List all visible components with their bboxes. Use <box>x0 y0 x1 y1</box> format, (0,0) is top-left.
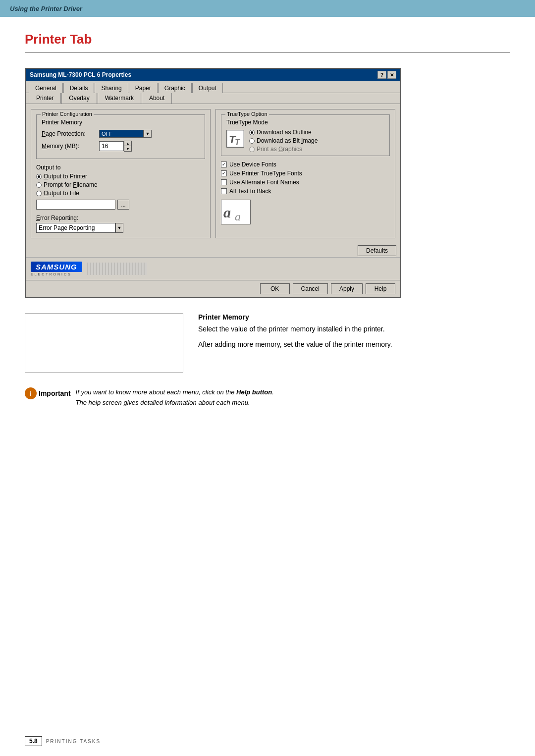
use-alternate-checkbox <box>221 179 227 185</box>
output-file-label: Output to File <box>44 190 79 197</box>
samsung-logo-bar: SAMSUNG ELECTRONICS <box>26 257 400 280</box>
use-device-fonts-checkbox <box>221 162 227 167</box>
memory-spin-up[interactable]: ▲ <box>124 141 131 146</box>
all-text-black-label: All Text to Black <box>229 188 271 195</box>
error-reporting-arrow[interactable]: ▼ <box>115 223 123 233</box>
tt-icon: T T <box>226 130 244 148</box>
important-label: i Important <box>25 387 71 399</box>
use-printer-tt-checkbox <box>221 170 227 176</box>
printer-config-label: Printer Configuration <box>41 111 94 117</box>
all-text-black-item[interactable]: All Text to Black <box>221 188 390 195</box>
below-image-box <box>25 313 183 373</box>
below-paragraph-2: After adding more memory, set the value … <box>198 339 510 350</box>
memory-spin-down[interactable]: ▼ <box>124 146 131 151</box>
tab-graphic[interactable]: Graphic <box>158 83 192 93</box>
dialog-footer: OK Cancel Apply Help <box>26 280 400 297</box>
svg-text:T: T <box>235 138 240 147</box>
tab-overlay[interactable]: Overlay <box>61 93 97 104</box>
error-reporting-label: Error Reporting: <box>36 215 205 221</box>
error-reporting-select[interactable]: Error Page Reporting <box>36 223 115 233</box>
error-reporting-value: Error Page Reporting <box>39 224 95 231</box>
printer-memory-label: Printer Memory <box>42 119 200 126</box>
important-text-label: Important <box>39 389 71 397</box>
use-device-fonts-item[interactable]: Use Device Fonts <box>221 161 390 168</box>
important-text-1: If you want to know more about each menu… <box>76 388 236 396</box>
tt-mode-options: T T Download as Outline Download <box>226 129 384 153</box>
output-printer-label: Output to Printer <box>44 173 87 180</box>
tt-bitmap-label: Download as Bit Image <box>257 137 318 144</box>
page-protection-row: Page Protection: OFF ▼ <box>42 130 200 138</box>
important-text-2: . <box>272 388 274 396</box>
page-protection-select[interactable]: OFF <box>99 130 144 138</box>
important-text: If you want to know more about each menu… <box>76 387 274 408</box>
tt-graphics-label: Print as Graphics <box>257 146 302 153</box>
below-text: Printer Memory Select the value of the p… <box>198 313 510 373</box>
use-printer-tt-fonts-item[interactable]: Use Printer TrueType Fonts <box>221 170 390 177</box>
samsung-logo-wrap: SAMSUNG ELECTRONICS <box>31 262 82 276</box>
below-text-title: Printer Memory <box>198 313 510 321</box>
ok-button[interactable]: OK <box>260 283 290 294</box>
tab-about[interactable]: About <box>142 93 172 104</box>
defaults-button[interactable]: Defaults <box>358 245 396 256</box>
output-filename-label: Prompt for Filename <box>44 181 98 188</box>
tab-details[interactable]: Details <box>63 83 95 93</box>
important-icon: i <box>25 387 37 399</box>
all-text-black-checkbox <box>221 188 227 194</box>
dialog-body: Printer Configuration Printer Memory Pag… <box>26 104 400 243</box>
tt-bitmap-radio <box>249 138 255 144</box>
ellipsis-button[interactable]: ... <box>117 200 129 210</box>
tab-output[interactable]: Output <box>192 83 223 93</box>
tabs-row-1: General Details Sharing Paper Graphic Ou… <box>26 81 400 93</box>
output-file-radio-circle <box>36 191 42 196</box>
output-filename-radio-circle <box>36 182 42 188</box>
memory-input-wrap: ▲ ▼ <box>99 141 132 152</box>
tt-option-outline[interactable]: Download as Outline <box>249 129 318 136</box>
memory-row: Memory (MB): ▲ ▼ <box>42 141 200 152</box>
tabs-row-2: Printer Overlay Watermark About <box>26 93 400 104</box>
tab-printer[interactable]: Printer <box>29 93 61 104</box>
page-protection-label: Page Protection: <box>42 130 96 137</box>
filename-input[interactable] <box>36 200 115 210</box>
cancel-button[interactable]: Cancel <box>293 283 328 294</box>
error-reporting-section: Error Reporting: Error Page Reporting ▼ <box>36 215 205 233</box>
dialog-titlebar: Samsung ML-7300 PCL 6 Properties ? ✕ <box>26 69 400 81</box>
right-panel: TrueType Option TrueType Mode T T <box>215 109 395 238</box>
important-bold: Help button <box>236 388 272 396</box>
tt-outline-label: Download as Outline <box>257 129 312 136</box>
truetype-mode-label: TrueType Mode <box>226 119 384 126</box>
tab-general[interactable]: General <box>29 83 63 93</box>
output-filename-radio[interactable]: Prompt for Filename <box>36 181 205 188</box>
output-file-radio[interactable]: Output to File <box>36 190 205 197</box>
defaults-row: Defaults <box>26 243 400 257</box>
page-footer-text: Printing Tasks <box>46 739 101 744</box>
apply-button[interactable]: Apply <box>331 283 363 294</box>
font-preview-box: a a <box>221 200 251 224</box>
below-paragraph-1: Select the value of the printer memory i… <box>198 324 510 334</box>
use-device-fonts-label: Use Device Fonts <box>229 161 276 168</box>
output-to-label: Output to <box>36 164 205 171</box>
use-alternate-fonts-item[interactable]: Use Alternate Font Names <box>221 179 390 186</box>
memory-input[interactable] <box>99 141 124 151</box>
svg-text:a: a <box>223 204 231 220</box>
output-printer-radio[interactable]: Output to Printer <box>36 173 205 180</box>
help-dialog-button[interactable]: Help <box>366 283 395 294</box>
header-bar: Using the Printer Driver <box>0 0 535 17</box>
page-protection-arrow[interactable]: ▼ <box>144 130 152 138</box>
tt-option-bitmap[interactable]: Download as Bit Image <box>249 137 318 144</box>
memory-label: Memory (MB): <box>42 143 96 150</box>
close-button[interactable]: ✕ <box>387 71 396 79</box>
dialog-title: Samsung ML-7300 PCL 6 Properties <box>30 71 131 78</box>
tt-graphics-radio <box>249 147 255 152</box>
tt-outline-radio <box>249 130 255 135</box>
left-panel: Printer Configuration Printer Memory Pag… <box>31 109 211 238</box>
header-text: Using the Printer Driver <box>10 5 82 12</box>
help-button[interactable]: ? <box>377 71 386 79</box>
electronics-text: ELECTRONICS <box>31 272 72 276</box>
truetype-group: TrueType Option TrueType Mode T T <box>221 114 390 156</box>
tt-option-graphics[interactable]: Print as Graphics <box>249 146 318 153</box>
tab-sharing[interactable]: Sharing <box>95 83 128 93</box>
tab-paper[interactable]: Paper <box>129 83 158 93</box>
below-section: Printer Memory Select the value of the p… <box>25 313 510 373</box>
output-radio-group: Output to Printer Prompt for Filename Ou… <box>36 173 205 197</box>
tab-watermark[interactable]: Watermark <box>98 93 141 104</box>
